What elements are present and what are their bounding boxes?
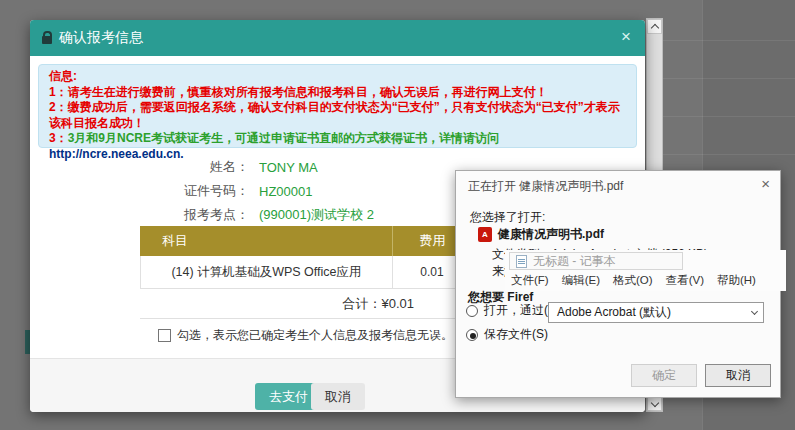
- id-number-label: 证件号码：: [30, 182, 249, 200]
- lock-icon: [42, 36, 52, 44]
- menu-format[interactable]: 格式(O): [613, 273, 653, 288]
- confirm-checkbox-row: 勾选，表示您已确定考生个人信息及报考信息无误。: [158, 327, 453, 344]
- id-number-value: HZ00001: [259, 184, 312, 199]
- background-row-line: [663, 40, 795, 41]
- open-with-select[interactable]: Adobe Acrobat (默认): [548, 302, 764, 323]
- close-icon[interactable]: ×: [621, 27, 631, 47]
- notepad-menubar: 文件(F) 编辑(E) 格式(O) 查看(V) 帮助(H): [511, 273, 756, 288]
- dialog-cancel-button[interactable]: 取消: [705, 364, 771, 387]
- subject-column-header: 科目: [140, 226, 393, 256]
- confirm-checkbox-label: 勾选，表示您已确定考生个人信息及报考信息无误。: [177, 327, 453, 344]
- chevron-up-icon: [650, 23, 658, 31]
- name-value: TONY MA: [259, 160, 318, 175]
- notice-heading: 信息:: [49, 69, 626, 85]
- name-label: 姓名：: [30, 158, 249, 176]
- notepad-titlebar: 无标题 - 记事本: [509, 252, 683, 270]
- field-row-id-number: 证件号码： HZ00001: [30, 180, 460, 202]
- menu-edit[interactable]: 编辑(E): [562, 273, 600, 288]
- total-label: 合计：: [342, 295, 381, 313]
- screen: 确认报考信息 × 信息: 1：请考生在进行缴费前，慎重核对所有报考信息和报考科目…: [0, 0, 795, 430]
- subject-cell: (14) 计算机基础及WPS Office应用: [141, 256, 393, 288]
- scroll-down-button[interactable]: [647, 396, 662, 411]
- dialog-title: 确认报考信息: [59, 29, 143, 47]
- notepad-title: 无标题 - 记事本: [533, 253, 616, 270]
- confirm-checkbox[interactable]: [158, 329, 171, 342]
- save-file-option: 保存文件(S): [466, 326, 548, 343]
- background-row-line: [663, 154, 795, 155]
- menu-file[interactable]: 文件(F): [511, 273, 549, 288]
- menu-view[interactable]: 查看(V): [666, 273, 704, 288]
- file-name: 健康情况声明书.pdf: [498, 226, 604, 243]
- open-with-radio[interactable]: [466, 305, 478, 317]
- download-dialog-title: 正在打开 健康情况声明书.pdf: [468, 178, 623, 195]
- notice-line-2: 2：缴费成功后，需要返回报名系统，确认支付科目的支付状态为“已支付”，只有支付状…: [49, 100, 626, 131]
- background-row-line: [663, 78, 795, 79]
- field-row-exam-site: 报考考点： (990001)测试学校 2: [30, 204, 460, 226]
- notepad-icon: [516, 255, 527, 268]
- chosen-to-open-label: 您选择了打开:: [470, 209, 545, 226]
- chevron-down-icon: [751, 308, 758, 315]
- file-row: A 健康情况声明书.pdf: [478, 226, 604, 243]
- open-with-selected-value: Adobe Acrobat (默认): [557, 304, 671, 321]
- notice-line-1: 1：请考生在进行缴费前，慎重核对所有报考信息和报考科目，确认无误后，再进行网上支…: [49, 85, 626, 101]
- notice-line-3-prefix: 3：: [49, 131, 68, 145]
- chevron-down-icon: [650, 398, 658, 406]
- field-row-name: 姓名： TONY MA: [30, 156, 460, 178]
- dialog-titlebar: 确认报考信息 ×: [30, 20, 645, 56]
- total-row: 合计： ¥0.01: [140, 289, 472, 319]
- background-row-line: [663, 116, 795, 117]
- save-file-radio[interactable]: [466, 329, 478, 341]
- pdf-file-icon: A: [478, 227, 492, 242]
- cancel-button[interactable]: 取消: [311, 383, 365, 410]
- scroll-up-button[interactable]: [647, 19, 662, 34]
- total-value: ¥0.01: [381, 296, 414, 311]
- fee-table-header: 科目 费用: [140, 226, 472, 256]
- save-file-label: 保存文件(S): [484, 326, 548, 343]
- fee-table: 科目 费用 (14) 计算机基础及WPS Office应用 0.01 合计： ¥…: [140, 226, 472, 319]
- exam-site-value: (990001)测试学校 2: [259, 206, 374, 224]
- notice-box: 信息: 1：请考生在进行缴费前，慎重核对所有报考信息和报考科目，确认无误后，再进…: [38, 64, 637, 148]
- menu-help[interactable]: 帮助(H): [717, 273, 756, 288]
- notice-line-3-text: 3月和9月NCRE考试获证考生，可通过申请证书直邮的方式获得证书，详情请访问: [68, 131, 499, 145]
- ok-button[interactable]: 确定: [631, 364, 697, 387]
- notepad-window-fragment: 无标题 - 记事本 文件(F) 编辑(E) 格式(O) 查看(V) 帮助(H): [505, 250, 786, 291]
- table-row: (14) 计算机基础及WPS Office应用 0.01: [140, 256, 472, 289]
- exam-site-label: 报考考点：: [30, 206, 249, 224]
- close-icon[interactable]: ×: [761, 175, 770, 192]
